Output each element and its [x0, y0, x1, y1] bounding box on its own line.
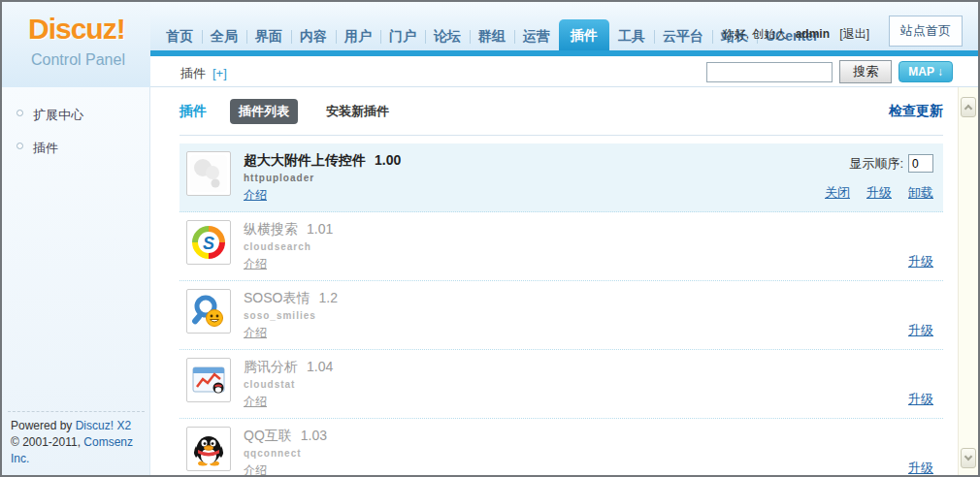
plugin-version: 1.00 [375, 152, 401, 168]
search-bar: 搜索 MAP ↓ [706, 60, 953, 83]
breadcrumb-bar: 插件[+] 搜索 MAP ↓ [150, 56, 978, 87]
nav-item-11[interactable]: 工具 [609, 21, 654, 50]
nav-item-1[interactable]: 首页 [157, 21, 202, 50]
plugin-controls: 升级 [892, 390, 933, 408]
plugin-code: qqconnect [244, 448, 327, 459]
search-button[interactable]: 搜索 [839, 60, 892, 83]
site-home-button[interactable]: 站点首页 [889, 16, 963, 47]
map-button[interactable]: MAP ↓ [898, 61, 953, 82]
sidebar-item-1[interactable]: 扩展中心 [2, 99, 149, 132]
plugin-version: 1.2 [318, 290, 337, 305]
plugin-name: 超大大附件上传控件 [244, 152, 366, 168]
plugin-intro-link[interactable]: 介绍 [244, 462, 267, 475]
bullet-icon [16, 143, 23, 149]
plugin-intro-link[interactable]: 介绍 [244, 187, 267, 204]
tab-2[interactable]: 安装新插件 [317, 99, 398, 124]
username: admin [796, 27, 830, 41]
logout-link[interactable]: [退出] [839, 27, 869, 41]
page-title: 插件 [180, 103, 207, 120]
display-order-label: 显示顺序: [849, 155, 903, 173]
scroll-down-button[interactable] [961, 448, 976, 468]
plugin-action-link-1[interactable]: 升级 [908, 323, 933, 337]
plugin-action-links: 升级 [892, 252, 933, 270]
svg-text:S: S [203, 234, 214, 253]
nav-item-7[interactable]: 论坛 [425, 21, 470, 50]
plugin-info: 超大大附件上传控件1.00httpuploader介绍 [244, 151, 401, 204]
sidebar-item-2[interactable]: 插件 [2, 132, 149, 165]
plugin-row-httpuploader: 超大大附件上传控件1.00httpuploader介绍显示顺序:关闭升级卸载 [180, 143, 943, 212]
httpuploader-icon [186, 151, 231, 196]
plugin-code: cloudsearch [244, 241, 333, 252]
main-content: 插件 插件列表安装新插件 检查更新 超大大附件上传控件1.00httpuploa… [151, 87, 957, 475]
plugin-controls: 升级 [892, 252, 933, 270]
user-info: 你好, 创始人 admin [退出] [723, 26, 869, 43]
sidebar: 扩展中心插件 Powered by Discuz! X2 © 2001-2011… [2, 87, 150, 475]
chevron-up-icon [964, 105, 972, 112]
plugin-action-link-1[interactable]: 升级 [908, 254, 933, 269]
plugin-info: 腾讯分析1.04cloudstat介绍 [244, 358, 333, 410]
plugin-controls: 升级 [892, 459, 933, 475]
map-button-label: MAP [908, 65, 934, 79]
plugin-info: 纵横搜索1.01cloudsearch介绍 [244, 220, 333, 272]
plugin-controls: 升级 [892, 321, 933, 339]
sidebar-item-label: 扩展中心 [33, 108, 83, 122]
nav-item-8[interactable]: 群组 [470, 21, 514, 50]
plugin-action-links: 升级 [892, 459, 933, 475]
nav-item-6[interactable]: 门户 [380, 21, 425, 50]
scrollbar[interactable] [958, 87, 978, 475]
tabs: 插件列表安装新插件 [207, 99, 398, 124]
scroll-up-button[interactable] [961, 97, 976, 117]
plugin-action-links: 升级 [892, 390, 933, 408]
check-update-link[interactable]: 检查更新 [889, 103, 943, 120]
plugin-name: SOSO表情 [244, 290, 310, 305]
discuz-admin-window: 首页全局界面内容用户门户论坛群组运营插件工具云平台站长UCenter 你好, 创… [0, 0, 980, 477]
plugin-code: cloudstat [244, 379, 333, 390]
sidebar-footer: Powered by Discuz! X2 © 2001-2011, Comse… [8, 411, 145, 470]
soso_smilies-icon [186, 289, 231, 334]
discuz-x2-link[interactable]: Discuz! X2 [76, 419, 131, 432]
breadcrumb: 插件[+] [180, 65, 227, 82]
plugin-action-link-1[interactable]: 升级 [908, 392, 933, 406]
plugin-action-link-1[interactable]: 关闭 [825, 185, 850, 200]
plugin-name: 腾讯分析 [244, 359, 298, 374]
display-order-input[interactable] [908, 154, 933, 173]
discuz-logo: Discuz! [28, 13, 125, 46]
nav-item-3[interactable]: 界面 [246, 21, 291, 50]
plugin-code: soso_smilies [244, 310, 338, 321]
tab-1[interactable]: 插件列表 [230, 99, 298, 124]
plugin-version: 1.03 [301, 428, 327, 443]
cloudstat-icon [186, 358, 231, 402]
plugin-action-link-3[interactable]: 卸载 [908, 185, 933, 200]
plugin-row-soso_smilies: SOSO表情1.2soso_smilies介绍升级 [180, 281, 943, 350]
copyright-line: © 2001-2011, Comsenz Inc. [11, 434, 142, 467]
nav-item-2[interactable]: 全局 [202, 21, 246, 50]
greeting-text: 你好, 创始人 [723, 27, 788, 41]
chevron-down-icon [964, 453, 972, 461]
tab-bar: 插件 插件列表安装新插件 检查更新 [180, 87, 943, 136]
plugin-intro-link[interactable]: 介绍 [244, 325, 267, 341]
plugin-version: 1.04 [307, 359, 333, 374]
plugin-action-link-2[interactable]: 升级 [866, 185, 892, 200]
plugin-action-links: 关闭升级卸载 [808, 183, 933, 202]
logo-subtitle: Control Panel [31, 51, 125, 69]
powered-by-line: Powered by Discuz! X2 [11, 418, 142, 434]
qqconnect-icon [186, 427, 231, 471]
nav-item-5[interactable]: 用户 [336, 21, 380, 50]
sidebar-item-label: 插件 [33, 141, 58, 155]
plugin-intro-link[interactable]: 介绍 [244, 394, 267, 410]
logo-panel: Discuz! Control Panel [2, 2, 150, 87]
bullet-icon [16, 110, 23, 116]
plugin-action-links: 升级 [892, 321, 933, 339]
plugin-action-link-1[interactable]: 升级 [908, 461, 933, 475]
plugin-row-cloudsearch: S纵横搜索1.01cloudsearch介绍升级 [180, 212, 943, 281]
plugin-row-cloudstat: 腾讯分析1.04cloudstat介绍升级 [180, 350, 943, 419]
nav-item-12[interactable]: 云平台 [654, 21, 712, 50]
plugin-intro-link[interactable]: 介绍 [244, 256, 267, 272]
nav-item-9[interactable]: 运营 [514, 21, 559, 50]
search-input[interactable] [706, 62, 833, 82]
nav-item-4[interactable]: 内容 [291, 21, 336, 50]
nav-item-10[interactable]: 插件 [559, 19, 609, 50]
plugin-name: 纵横搜索 [244, 221, 298, 237]
powered-by-text: Powered by [11, 419, 76, 432]
breadcrumb-expand-link[interactable]: [+] [212, 66, 227, 80]
